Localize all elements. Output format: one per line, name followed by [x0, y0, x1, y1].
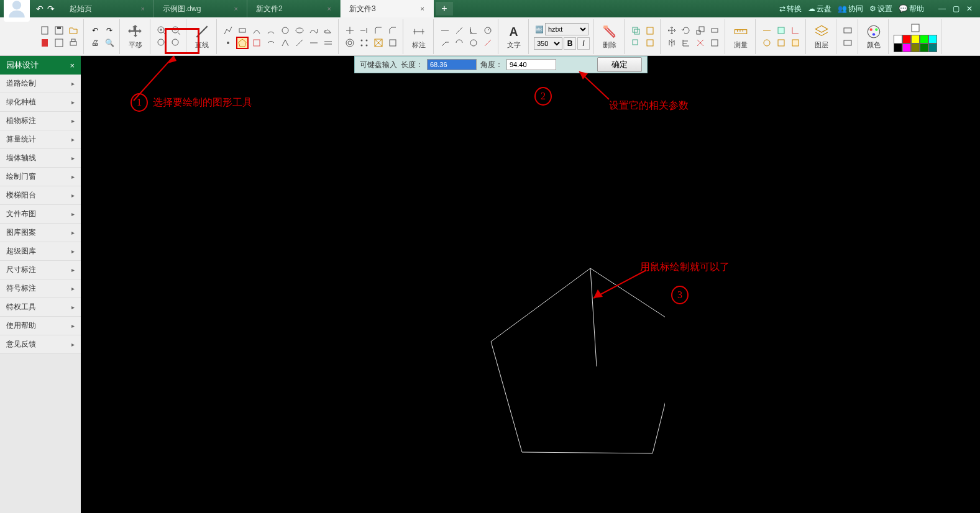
- layer-props-icon[interactable]: [841, 24, 854, 37]
- scale-icon[interactable]: [694, 24, 707, 37]
- measure-button[interactable]: 测量: [730, 22, 751, 51]
- length-input[interactable]: [427, 59, 477, 70]
- zoom-in-icon[interactable]: [155, 24, 168, 37]
- ellipse-icon[interactable]: [293, 24, 306, 37]
- open-icon[interactable]: [67, 24, 80, 37]
- undo2-icon[interactable]: ↶: [89, 24, 101, 37]
- swatch-teal[interactable]: [928, 43, 937, 52]
- chamfer-icon[interactable]: [387, 24, 399, 37]
- sidebar-item-help[interactable]: 使用帮助▸: [0, 317, 81, 335]
- sum-icon[interactable]: [789, 37, 802, 49]
- sidebar-item-road[interactable]: 道路绘制▸: [0, 75, 81, 93]
- export-icon[interactable]: [53, 37, 65, 49]
- swatch-red[interactable]: [902, 35, 911, 43]
- xline-icon[interactable]: [308, 37, 320, 49]
- sidebar-item-quantity[interactable]: 算量统计▸: [0, 130, 81, 149]
- tab-start[interactable]: 起始页×: [61, 0, 154, 17]
- help-button[interactable]: 💬 帮助: [899, 4, 924, 14]
- mline-icon[interactable]: [322, 37, 334, 49]
- join-icon[interactable]: [387, 37, 399, 49]
- line-button[interactable]: 直线: [191, 22, 213, 51]
- extend-icon[interactable]: [358, 24, 370, 37]
- close-icon[interactable]: ×: [408, 5, 424, 12]
- sidebar-item-stair[interactable]: 楼梯阳台▸: [0, 186, 81, 205]
- sidebar-item-gallery[interactable]: 图库图案▸: [0, 224, 81, 242]
- circle-icon[interactable]: [279, 24, 291, 37]
- sidebar-item-superlib[interactable]: 超级图库▸: [0, 242, 81, 261]
- sidebar-item-plant-label[interactable]: 植物标注▸: [0, 112, 81, 130]
- swatch-magenta[interactable]: [902, 43, 911, 52]
- leader-icon[interactable]: [439, 37, 451, 49]
- cloud-button[interactable]: ☁ 云盘: [808, 4, 831, 14]
- undo-icon[interactable]: ↶: [36, 4, 44, 14]
- copy-icon[interactable]: [630, 24, 642, 37]
- swatch-darkgreen[interactable]: [920, 43, 928, 52]
- sidebar-item-dimension[interactable]: 尺寸标注▸: [0, 261, 81, 279]
- print2-icon[interactable]: 🖨: [89, 37, 101, 49]
- tab-example[interactable]: 示例图.dwg×: [154, 0, 247, 17]
- arc-icon[interactable]: [250, 24, 263, 37]
- print-icon[interactable]: [67, 37, 80, 49]
- new-tab-button[interactable]: +: [436, 2, 453, 16]
- id-icon[interactable]: [761, 37, 773, 49]
- offset-icon[interactable]: [344, 37, 356, 49]
- explode-icon[interactable]: [694, 37, 707, 49]
- coop-button[interactable]: 👥 协同: [838, 4, 863, 14]
- layer-off-icon[interactable]: [841, 37, 854, 49]
- sidebar-item-privilege[interactable]: 特权工具▸: [0, 298, 81, 317]
- maximize-button[interactable]: ▢: [950, 4, 961, 13]
- bylayer-icon[interactable]: [909, 21, 922, 35]
- mirror-icon[interactable]: [666, 37, 678, 49]
- arc2-icon[interactable]: [265, 24, 277, 37]
- close-icon[interactable]: ×: [129, 5, 145, 12]
- zoom-out-icon[interactable]: [170, 24, 182, 37]
- angle-input[interactable]: [506, 59, 556, 70]
- pan-button[interactable]: 平移: [125, 22, 146, 51]
- sidebar-item-wall[interactable]: 墙体轴线▸: [0, 149, 81, 168]
- layer-button[interactable]: 图层: [811, 22, 832, 51]
- trim-icon[interactable]: [344, 24, 356, 37]
- swatch-white[interactable]: [894, 35, 902, 43]
- angle-measure-icon[interactable]: [789, 24, 802, 37]
- zoom-extents-icon[interactable]: [170, 37, 182, 49]
- close-icon[interactable]: ×: [70, 61, 75, 70]
- point-icon[interactable]: [222, 37, 234, 49]
- zoom-window-icon[interactable]: [155, 37, 168, 49]
- redo-icon[interactable]: ↷: [47, 4, 55, 14]
- dim-radius-icon[interactable]: [482, 24, 494, 37]
- swatch-olive[interactable]: [911, 43, 920, 52]
- spline-icon[interactable]: [308, 24, 320, 37]
- dim-ord-icon[interactable]: [467, 37, 480, 49]
- delete-button[interactable]: 删除: [599, 22, 620, 51]
- avatar[interactable]: [4, 0, 30, 22]
- list-icon[interactable]: [775, 37, 787, 49]
- sidebar-item-door[interactable]: 绘制门窗▸: [0, 168, 81, 186]
- dim-angular-icon[interactable]: [467, 24, 480, 37]
- move-icon[interactable]: [666, 24, 678, 37]
- sidebar-item-symbol[interactable]: 符号标注▸: [0, 279, 81, 298]
- polyline-icon[interactable]: [222, 24, 234, 37]
- bold-button[interactable]: B: [564, 37, 576, 50]
- dim-linear-icon[interactable]: [439, 24, 451, 37]
- cloud-icon[interactable]: [322, 24, 334, 37]
- pdf-icon[interactable]: [39, 37, 51, 49]
- fillet-icon[interactable]: [372, 24, 385, 37]
- array-icon[interactable]: [358, 37, 370, 49]
- dim-edit-icon[interactable]: [482, 37, 494, 49]
- block-icon[interactable]: [708, 37, 721, 49]
- stretch-icon[interactable]: [708, 24, 721, 37]
- paste-icon[interactable]: [644, 24, 656, 37]
- dim-aligned-icon[interactable]: [453, 24, 465, 37]
- settings-button[interactable]: ⚙ 设置: [869, 4, 892, 14]
- convert-button[interactable]: ⇄ 转换: [779, 4, 802, 14]
- swatch-green[interactable]: [920, 35, 928, 43]
- sidebar-header[interactable]: 园林设计×: [0, 56, 81, 75]
- confirm-button[interactable]: 确定: [597, 57, 642, 72]
- ray-icon[interactable]: [293, 37, 306, 49]
- sidebar-item-planting[interactable]: 绿化种植▸: [0, 93, 81, 112]
- sidebar-item-feedback[interactable]: 意见反馈▸: [0, 335, 81, 354]
- hatch-icon[interactable]: [265, 37, 277, 49]
- break-icon[interactable]: [372, 37, 385, 49]
- close-icon[interactable]: ×: [315, 5, 331, 12]
- region-icon[interactable]: [250, 37, 263, 49]
